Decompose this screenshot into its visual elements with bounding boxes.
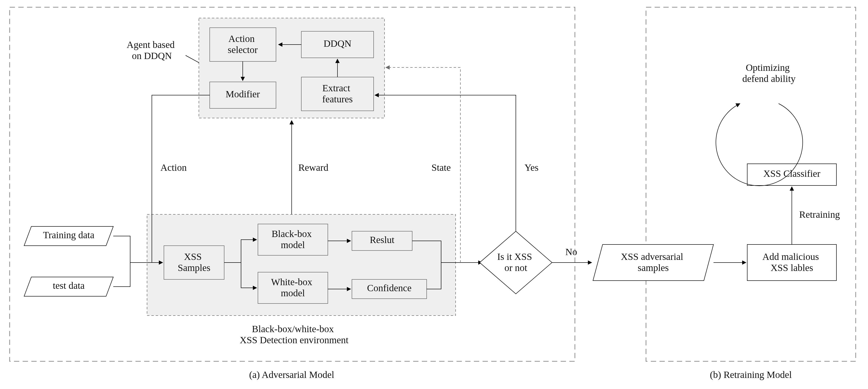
result-label: Reslut <box>370 234 394 245</box>
optimize-label: Optimizing defend ability <box>742 62 796 84</box>
env-title: Black-box/white-box XSS Detection enviro… <box>240 323 348 346</box>
training-data-label: Training data <box>43 230 94 240</box>
extract-features-label: Extract features <box>322 83 353 104</box>
diagram-canvas: Agent based on DDQN Action selector DDQN… <box>0 0 868 389</box>
test-data-label: test data <box>53 280 85 291</box>
action-label: Action <box>160 162 187 173</box>
agent-title-leader <box>186 55 199 63</box>
yes-label: Yes <box>525 162 538 173</box>
add-labels-label: Add malicious XSS lables <box>763 251 821 273</box>
reward-label: Reward <box>299 162 328 173</box>
test-merge <box>113 263 130 287</box>
xss-classifier-label: XSS Classifier <box>764 168 820 179</box>
caption-a: (a) Adversarial Model <box>249 369 334 380</box>
training-merge <box>113 236 130 263</box>
ddqn-label: DDQN <box>323 38 351 49</box>
agent-title: Agent based on DDQN <box>127 39 177 61</box>
retraining-flow-label: Retraining <box>799 209 840 220</box>
no-label: No <box>565 247 577 257</box>
action-selector-label: Action selector <box>228 33 258 55</box>
confidence-label: Confidence <box>367 283 411 293</box>
modifier-label: Modifier <box>226 89 260 99</box>
caption-b: (b) Retraining Model <box>710 369 792 380</box>
state-label: State <box>431 162 451 173</box>
